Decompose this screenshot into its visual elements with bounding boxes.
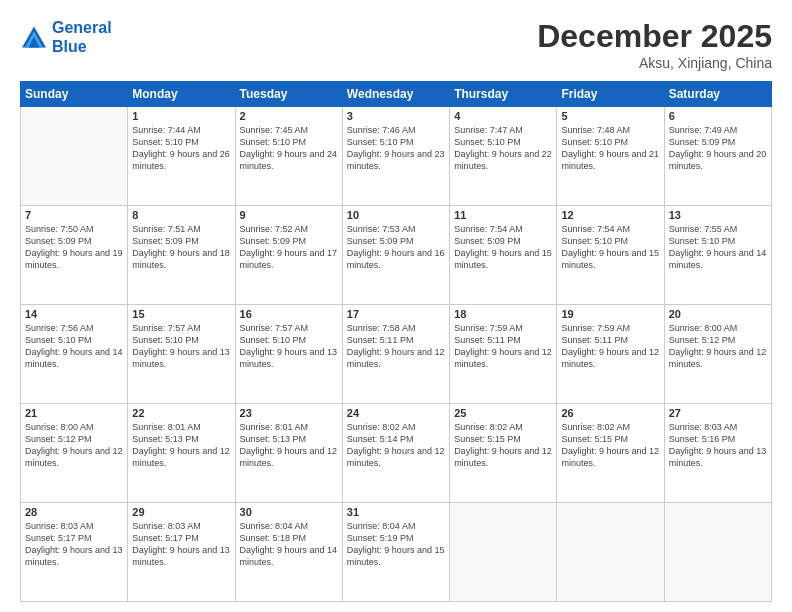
calendar-week-row: 28Sunrise: 8:03 AMSunset: 5:17 PMDayligh…	[21, 503, 772, 602]
cell-info: Sunrise: 7:49 AMSunset: 5:09 PMDaylight:…	[669, 124, 767, 173]
calendar-cell: 22Sunrise: 8:01 AMSunset: 5:13 PMDayligh…	[128, 404, 235, 503]
title-block: December 2025 Aksu, Xinjiang, China	[537, 18, 772, 71]
day-number: 9	[240, 209, 338, 221]
logo-text: General Blue	[52, 18, 112, 56]
cell-info: Sunrise: 7:56 AMSunset: 5:10 PMDaylight:…	[25, 322, 123, 371]
calendar-cell: 23Sunrise: 8:01 AMSunset: 5:13 PMDayligh…	[235, 404, 342, 503]
cell-info: Sunrise: 8:04 AMSunset: 5:18 PMDaylight:…	[240, 520, 338, 569]
day-number: 21	[25, 407, 123, 419]
day-number: 4	[454, 110, 552, 122]
calendar-cell: 15Sunrise: 7:57 AMSunset: 5:10 PMDayligh…	[128, 305, 235, 404]
cell-info: Sunrise: 7:59 AMSunset: 5:11 PMDaylight:…	[561, 322, 659, 371]
calendar-cell: 24Sunrise: 8:02 AMSunset: 5:14 PMDayligh…	[342, 404, 449, 503]
calendar-cell: 21Sunrise: 8:00 AMSunset: 5:12 PMDayligh…	[21, 404, 128, 503]
calendar-cell: 20Sunrise: 8:00 AMSunset: 5:12 PMDayligh…	[664, 305, 771, 404]
day-number: 1	[132, 110, 230, 122]
calendar-cell: 1Sunrise: 7:44 AMSunset: 5:10 PMDaylight…	[128, 107, 235, 206]
day-number: 27	[669, 407, 767, 419]
day-number: 8	[132, 209, 230, 221]
calendar-cell: 9Sunrise: 7:52 AMSunset: 5:09 PMDaylight…	[235, 206, 342, 305]
day-number: 2	[240, 110, 338, 122]
calendar-cell	[21, 107, 128, 206]
weekday-header: Monday	[128, 82, 235, 107]
cell-info: Sunrise: 7:54 AMSunset: 5:10 PMDaylight:…	[561, 223, 659, 272]
calendar-body: 1Sunrise: 7:44 AMSunset: 5:10 PMDaylight…	[21, 107, 772, 602]
calendar-cell: 18Sunrise: 7:59 AMSunset: 5:11 PMDayligh…	[450, 305, 557, 404]
day-number: 13	[669, 209, 767, 221]
calendar-cell: 3Sunrise: 7:46 AMSunset: 5:10 PMDaylight…	[342, 107, 449, 206]
cell-info: Sunrise: 7:51 AMSunset: 5:09 PMDaylight:…	[132, 223, 230, 272]
cell-info: Sunrise: 7:55 AMSunset: 5:10 PMDaylight:…	[669, 223, 767, 272]
day-number: 26	[561, 407, 659, 419]
header: General Blue December 2025 Aksu, Xinjian…	[20, 18, 772, 71]
day-number: 18	[454, 308, 552, 320]
logo-icon	[20, 25, 48, 49]
cell-info: Sunrise: 8:00 AMSunset: 5:12 PMDaylight:…	[669, 322, 767, 371]
cell-info: Sunrise: 8:02 AMSunset: 5:14 PMDaylight:…	[347, 421, 445, 470]
calendar-cell: 29Sunrise: 8:03 AMSunset: 5:17 PMDayligh…	[128, 503, 235, 602]
weekday-header: Thursday	[450, 82, 557, 107]
cell-info: Sunrise: 7:53 AMSunset: 5:09 PMDaylight:…	[347, 223, 445, 272]
day-number: 6	[669, 110, 767, 122]
month-title: December 2025	[537, 18, 772, 55]
cell-info: Sunrise: 7:47 AMSunset: 5:10 PMDaylight:…	[454, 124, 552, 173]
day-number: 17	[347, 308, 445, 320]
day-number: 30	[240, 506, 338, 518]
day-number: 5	[561, 110, 659, 122]
cell-info: Sunrise: 8:03 AMSunset: 5:17 PMDaylight:…	[132, 520, 230, 569]
calendar-cell: 11Sunrise: 7:54 AMSunset: 5:09 PMDayligh…	[450, 206, 557, 305]
cell-info: Sunrise: 7:58 AMSunset: 5:11 PMDaylight:…	[347, 322, 445, 371]
day-number: 29	[132, 506, 230, 518]
calendar-cell: 17Sunrise: 7:58 AMSunset: 5:11 PMDayligh…	[342, 305, 449, 404]
calendar-cell: 28Sunrise: 8:03 AMSunset: 5:17 PMDayligh…	[21, 503, 128, 602]
cell-info: Sunrise: 7:57 AMSunset: 5:10 PMDaylight:…	[132, 322, 230, 371]
day-number: 24	[347, 407, 445, 419]
calendar-cell: 2Sunrise: 7:45 AMSunset: 5:10 PMDaylight…	[235, 107, 342, 206]
location: Aksu, Xinjiang, China	[537, 55, 772, 71]
day-number: 12	[561, 209, 659, 221]
calendar-cell: 13Sunrise: 7:55 AMSunset: 5:10 PMDayligh…	[664, 206, 771, 305]
calendar-week-row: 1Sunrise: 7:44 AMSunset: 5:10 PMDaylight…	[21, 107, 772, 206]
cell-info: Sunrise: 8:00 AMSunset: 5:12 PMDaylight:…	[25, 421, 123, 470]
cell-info: Sunrise: 7:45 AMSunset: 5:10 PMDaylight:…	[240, 124, 338, 173]
day-number: 7	[25, 209, 123, 221]
calendar-cell: 19Sunrise: 7:59 AMSunset: 5:11 PMDayligh…	[557, 305, 664, 404]
day-number: 15	[132, 308, 230, 320]
calendar-cell: 25Sunrise: 8:02 AMSunset: 5:15 PMDayligh…	[450, 404, 557, 503]
weekday-header: Saturday	[664, 82, 771, 107]
calendar-week-row: 21Sunrise: 8:00 AMSunset: 5:12 PMDayligh…	[21, 404, 772, 503]
calendar-cell: 10Sunrise: 7:53 AMSunset: 5:09 PMDayligh…	[342, 206, 449, 305]
calendar-cell: 8Sunrise: 7:51 AMSunset: 5:09 PMDaylight…	[128, 206, 235, 305]
day-number: 14	[25, 308, 123, 320]
cell-info: Sunrise: 7:54 AMSunset: 5:09 PMDaylight:…	[454, 223, 552, 272]
cell-info: Sunrise: 7:57 AMSunset: 5:10 PMDaylight:…	[240, 322, 338, 371]
day-number: 11	[454, 209, 552, 221]
cell-info: Sunrise: 7:44 AMSunset: 5:10 PMDaylight:…	[132, 124, 230, 173]
day-number: 22	[132, 407, 230, 419]
cell-info: Sunrise: 8:01 AMSunset: 5:13 PMDaylight:…	[132, 421, 230, 470]
calendar-cell: 5Sunrise: 7:48 AMSunset: 5:10 PMDaylight…	[557, 107, 664, 206]
day-number: 25	[454, 407, 552, 419]
calendar-cell: 7Sunrise: 7:50 AMSunset: 5:09 PMDaylight…	[21, 206, 128, 305]
cell-info: Sunrise: 7:59 AMSunset: 5:11 PMDaylight:…	[454, 322, 552, 371]
calendar-header-row: SundayMondayTuesdayWednesdayThursdayFrid…	[21, 82, 772, 107]
day-number: 19	[561, 308, 659, 320]
cell-info: Sunrise: 7:46 AMSunset: 5:10 PMDaylight:…	[347, 124, 445, 173]
calendar-table: SundayMondayTuesdayWednesdayThursdayFrid…	[20, 81, 772, 602]
calendar-cell: 6Sunrise: 7:49 AMSunset: 5:09 PMDaylight…	[664, 107, 771, 206]
day-number: 31	[347, 506, 445, 518]
cell-info: Sunrise: 8:03 AMSunset: 5:16 PMDaylight:…	[669, 421, 767, 470]
cell-info: Sunrise: 8:02 AMSunset: 5:15 PMDaylight:…	[561, 421, 659, 470]
weekday-header: Wednesday	[342, 82, 449, 107]
weekday-header: Sunday	[21, 82, 128, 107]
calendar-cell: 30Sunrise: 8:04 AMSunset: 5:18 PMDayligh…	[235, 503, 342, 602]
calendar-cell	[450, 503, 557, 602]
cell-info: Sunrise: 7:48 AMSunset: 5:10 PMDaylight:…	[561, 124, 659, 173]
day-number: 16	[240, 308, 338, 320]
cell-info: Sunrise: 8:01 AMSunset: 5:13 PMDaylight:…	[240, 421, 338, 470]
calendar-week-row: 7Sunrise: 7:50 AMSunset: 5:09 PMDaylight…	[21, 206, 772, 305]
calendar-cell: 4Sunrise: 7:47 AMSunset: 5:10 PMDaylight…	[450, 107, 557, 206]
day-number: 23	[240, 407, 338, 419]
cell-info: Sunrise: 7:50 AMSunset: 5:09 PMDaylight:…	[25, 223, 123, 272]
logo: General Blue	[20, 18, 112, 56]
